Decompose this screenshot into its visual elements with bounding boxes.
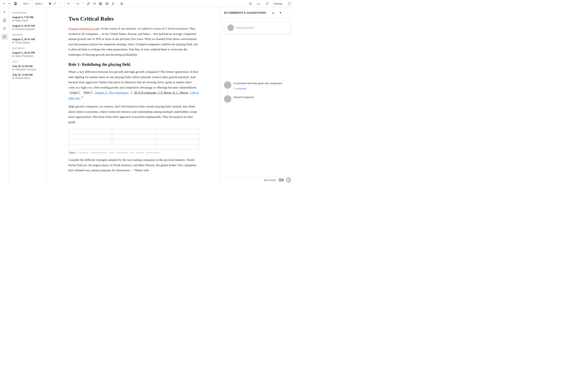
comments-panel: 58 COMMENTS & SUGGESTIONS ▲ ▼ ··· New co…: [221, 7, 294, 184]
user-dot: [12, 69, 14, 70]
comments-count-label: 58 COMMENTS & SUGGESTIONS: [224, 11, 269, 14]
word-count: 525 words: [264, 179, 276, 182]
sidebar-icon-text[interactable]: T: [1, 9, 8, 16]
table-row: [69, 139, 199, 144]
commenter-avatar-1: [224, 81, 231, 89]
sidebar-section-label: SATURDAY: [9, 45, 47, 50]
sidebar-history-item[interactable]: August 1, 10:31 PM Nikos Peteinatos: [9, 50, 47, 59]
sidebar-item-date: July 19, 11:00 AM: [12, 65, 43, 68]
keyboard-icon[interactable]: ⌨: [278, 178, 284, 182]
table-ref-bubble[interactable]: Table 1: [82, 90, 94, 95]
sidebar-item-date: August 1, 10:31 PM: [12, 51, 43, 54]
caption-line-4: [116, 152, 129, 153]
table-cell: [69, 129, 112, 134]
sidebar-history-item[interactable]: August 3, 10:47 AM Yannis Barlas: [9, 37, 47, 45]
sidebar-history-item[interactable]: July 19, 11:00 AM Robert Hanon: [9, 72, 47, 81]
table-caption-label: Table 1: [68, 151, 77, 154]
sidebar-history-item[interactable]: August 4, 7:01 PM Adam Hyde: [9, 15, 47, 23]
document-inner: Two Critical Roles @search reference to …: [64, 16, 203, 173]
sidebar-item-date: August 4, 7:01 PM: [12, 16, 43, 19]
table-row: [69, 129, 199, 134]
doc-para-1: @search reference to add In the course o…: [68, 26, 199, 57]
omega-button[interactable]: Ω: [92, 1, 96, 6]
image-ref-bubble[interactable]: Image 1: [69, 90, 81, 95]
table-row: [69, 134, 199, 139]
text-dropdown[interactable]: Text ▾: [22, 1, 30, 6]
comments-more-button[interactable]: ···: [285, 10, 291, 16]
spellcheck-button[interactable]: A: [256, 1, 262, 6]
table-cell: [156, 144, 199, 150]
comment-thread-1: A comment that was given two responses 1…: [224, 81, 291, 93]
sidebar-history-item[interactable]: August 4, 10:47 AM Christos Kokosias: [9, 23, 47, 32]
comment-content-1: A comment that was given two responses 1…: [233, 81, 291, 93]
table-cell: [112, 139, 156, 144]
table-button[interactable]: [98, 1, 103, 6]
sidebar-icon-list[interactable]: [1, 25, 8, 32]
search-reference-link[interactable]: @search reference to add: [68, 27, 99, 30]
styles-chevron: ▾: [42, 2, 43, 5]
new-comment-box[interactable]: New comment: [224, 21, 291, 34]
caption-line-3: [108, 152, 114, 153]
editing-dropdown[interactable]: Editing ▾: [273, 1, 284, 6]
separator-2: [32, 2, 32, 6]
document-area: Two Critical Roles @search reference to …: [47, 7, 221, 184]
sidebar-icons: T: [0, 7, 9, 184]
authors-text: M. P. Kyriakoudis, J. P. Morin, K. L. Mo…: [134, 91, 189, 94]
bold-button[interactable]: B: [48, 1, 52, 6]
code-button[interactable]: <>: [75, 2, 80, 6]
sidebar-history-item[interactable]: July 19, 11:00 AM Alexander Johnson: [9, 64, 47, 72]
align-icon: ≡: [67, 2, 69, 5]
styles-dropdown[interactable]: Styles ▾: [34, 1, 44, 6]
font-chevron: ▾: [123, 2, 124, 5]
sidebar-icon-history[interactable]: [1, 33, 8, 40]
left-sidebar: T: [0, 7, 47, 184]
link-button[interactable]: [86, 1, 91, 6]
separator-3: [46, 2, 46, 6]
table-cell: [156, 134, 199, 139]
sidebar-item-user: Robert Hanon: [12, 77, 43, 80]
toolbar: ↩ ↪ Text ▾ Styles ▾ B I ··· ≡ ▾ <>: [0, 0, 294, 7]
sidebar-icon-doc[interactable]: [1, 17, 8, 24]
pencil-button[interactable]: [264, 1, 270, 6]
align-dropdown[interactable]: ≡ ▾: [66, 1, 71, 6]
font-dropdown[interactable]: A ▾: [119, 1, 125, 6]
responder-avatar-1: [224, 95, 231, 103]
comments-header: 58 COMMENTS & SUGGESTIONS ▲ ▼ ···: [221, 7, 294, 18]
caption-line-2: [90, 152, 107, 153]
para2-text: What's a key difference between low-grow…: [68, 70, 199, 89]
comment-reply-link[interactable]: 1 comment: [233, 87, 246, 90]
main-area: T: [0, 7, 294, 184]
comment-thread-container: A comment that was given two responses 1…: [224, 81, 291, 103]
sidebar-history: YESTERDAY August 4, 7:01 PM Adam Hyde Au…: [9, 7, 47, 184]
table-cell: [69, 139, 112, 144]
separator-6: [117, 2, 118, 6]
caption-line-6: [136, 152, 144, 153]
italic-button[interactable]: I: [53, 1, 57, 6]
separator-4: [64, 2, 64, 6]
image-button[interactable]: [104, 1, 110, 6]
chapter-ref-link[interactable]: Chapter 3 : The renaissance ↗: [95, 91, 133, 94]
svg-rect-2: [15, 4, 16, 5]
quote-button[interactable]: ": [81, 1, 85, 6]
more-format-button[interactable]: ···: [58, 1, 63, 6]
comments-nav-down[interactable]: ▼: [278, 10, 283, 16]
text-label: Text: [23, 2, 28, 5]
search-button[interactable]: [248, 1, 253, 6]
caption-line-7: [146, 152, 160, 153]
thread-connector-1: [227, 89, 228, 93]
svg-text:A: A: [257, 2, 259, 5]
toolbar-left: ↩ ↪ Text ▾ Styles ▾ B I ··· ≡ ▾ <>: [2, 1, 247, 6]
fullscreen-button[interactable]: [287, 1, 292, 6]
spacer: [224, 37, 291, 78]
undo-button[interactable]: ↩: [2, 1, 6, 6]
sidebar-section-label: YESTERDAY: [9, 10, 47, 15]
table-cell: [112, 129, 156, 134]
svg-rect-3: [99, 2, 102, 5]
table-cell: [156, 139, 199, 144]
comments-nav-up[interactable]: ▲: [270, 10, 276, 16]
at-button[interactable]: @: [111, 1, 116, 6]
save-button[interactable]: [13, 1, 18, 6]
user-dot: [12, 28, 14, 30]
redo-button[interactable]: ↪: [7, 1, 12, 6]
help-button[interactable]: ?: [286, 178, 291, 182]
